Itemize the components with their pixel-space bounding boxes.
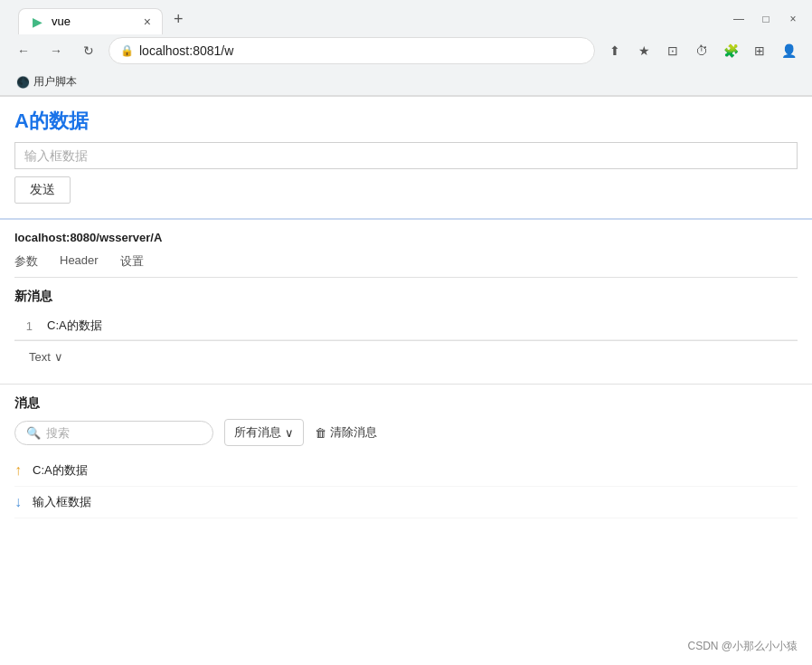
ws-tabs: 参数 Header 设置: [14, 253, 798, 278]
bookmark-user-script[interactable]: 🌑 用户脚本: [11, 72, 82, 91]
tab-header[interactable]: Header: [60, 253, 99, 277]
bookmark-favicon: 🌑: [16, 76, 30, 89]
message-text: C:A的数据: [47, 318, 102, 334]
table-row: 1 C:A的数据: [14, 312, 798, 340]
arrow-up-icon: ↑: [14, 462, 22, 479]
filter-button[interactable]: 所有消息 ∨: [224, 419, 304, 446]
url-display: localhost:8081/w: [139, 43, 583, 58]
search-box[interactable]: 🔍: [14, 421, 213, 445]
filter-chevron-icon: ∨: [285, 426, 294, 440]
ext3-icon[interactable]: 🧩: [718, 38, 743, 63]
tab-close-button[interactable]: ×: [144, 14, 151, 29]
tab-settings[interactable]: 设置: [120, 253, 144, 277]
bookmark-label: 用户脚本: [33, 74, 77, 90]
address-actions: ⬆ ★ ⊡ ⏱ 🧩 ⊞ 👤: [602, 38, 801, 63]
ext2-icon[interactable]: ⏱: [689, 38, 714, 63]
sent-message-text: C:A的数据: [33, 462, 88, 479]
tabs-bar: ▶ vue × +: [11, 5, 194, 34]
text-dropdown[interactable]: Text ∨: [29, 350, 783, 364]
ws-panel: localhost:8080/wsserver/A 参数 Header 设置 新…: [0, 220, 812, 384]
share-icon[interactable]: ⬆: [602, 38, 628, 63]
clear-label: 清除消息: [330, 424, 377, 441]
send-area: Text ∨: [14, 340, 798, 373]
browser-chrome: ▶ vue × + — □ × ← → ↻ 🔒 localhost:8081/w…: [0, 0, 812, 97]
window-controls: — □ ×: [731, 11, 801, 27]
messages-section: 消息 🔍 所有消息 ∨ 🗑 清除消息 ↑ C:A的数据 ↓ 输入框数据: [0, 384, 812, 529]
messages-title: 消息: [14, 395, 798, 412]
ext1-icon[interactable]: ⊡: [660, 38, 685, 63]
message-input[interactable]: [14, 142, 798, 169]
watermark: CSDN @小那么小小猿: [687, 639, 798, 654]
close-button[interactable]: ×: [785, 11, 801, 27]
message-log-list: ↑ C:A的数据 ↓ 输入框数据: [14, 455, 798, 518]
message-list: 1 C:A的数据: [14, 312, 798, 340]
messages-header: 🔍 所有消息 ∨ 🗑 清除消息: [14, 419, 798, 446]
maximize-button[interactable]: □: [758, 11, 774, 27]
list-item: ↑ C:A的数据: [14, 455, 798, 487]
app-title: A的数据: [14, 108, 798, 135]
arrow-down-icon: ↓: [14, 494, 22, 510]
page-content: A的数据 发送 localhost:8080/wsserver/A 参数 Hea…: [0, 97, 812, 665]
trash-icon: 🗑: [315, 426, 326, 440]
app-section: A的数据 发送: [0, 97, 812, 220]
filter-label: 所有消息: [234, 424, 281, 441]
new-tab-button[interactable]: +: [163, 5, 194, 34]
profile-icon[interactable]: 👤: [776, 38, 801, 63]
tab-title: vue: [52, 14, 71, 28]
tab-favicon: ▶: [30, 14, 44, 29]
list-item: ↓ 输入框数据: [14, 487, 798, 518]
minimize-button[interactable]: —: [731, 11, 747, 27]
chevron-down-icon: ∨: [54, 350, 63, 364]
split-icon[interactable]: ⊞: [747, 38, 772, 63]
search-input[interactable]: [46, 426, 173, 440]
bookmark-icon[interactable]: ★: [631, 38, 656, 63]
forward-button[interactable]: →: [43, 38, 69, 63]
message-number: 1: [14, 319, 33, 333]
back-button[interactable]: ←: [11, 38, 36, 63]
ws-url: localhost:8080/wsserver/A: [14, 231, 798, 244]
received-message-text: 输入框数据: [33, 494, 91, 510]
url-box[interactable]: 🔒 localhost:8081/w: [109, 37, 595, 64]
clear-button[interactable]: 🗑 清除消息: [315, 424, 377, 441]
lock-icon: 🔒: [120, 44, 134, 57]
title-bar: ▶ vue × + — □ ×: [0, 0, 812, 33]
bookmarks-bar: 🌑 用户脚本: [0, 69, 812, 96]
browser-tab[interactable]: ▶ vue ×: [18, 8, 163, 34]
new-message-title: 新消息: [14, 289, 798, 305]
send-button[interactable]: 发送: [14, 176, 71, 204]
address-bar: ← → ↻ 🔒 localhost:8081/w ⬆ ★ ⊡ ⏱ 🧩 ⊞ 👤: [0, 33, 812, 69]
text-label: Text: [29, 350, 51, 364]
reload-button[interactable]: ↻: [76, 38, 101, 63]
search-icon: 🔍: [26, 426, 41, 440]
tab-params[interactable]: 参数: [14, 253, 38, 277]
